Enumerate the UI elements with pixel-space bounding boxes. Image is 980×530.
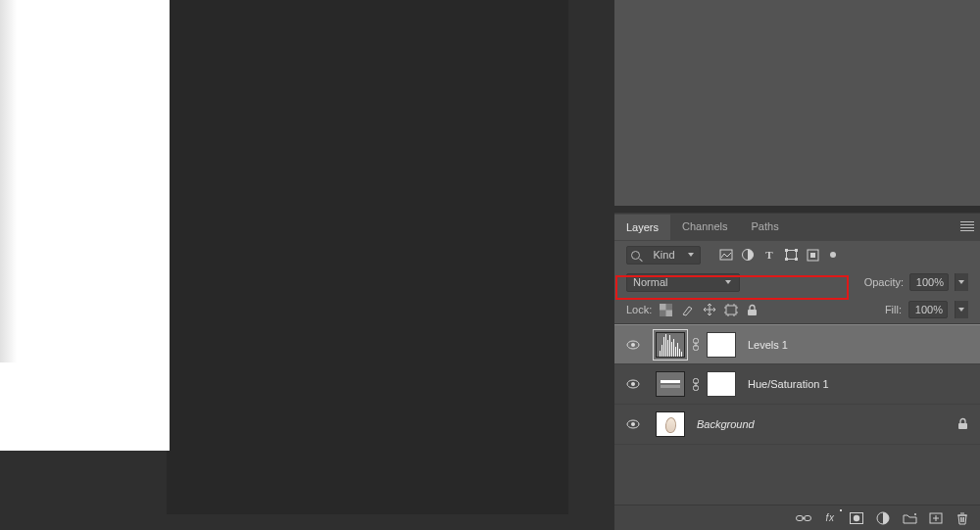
canvas-area <box>0 0 568 514</box>
layers-bottom-bar: fx <box>614 505 980 530</box>
svg-point-31 <box>854 514 859 520</box>
panel-tabs: Layers Channels Paths <box>614 213 980 240</box>
svg-rect-6 <box>795 258 798 261</box>
new-layer-icon[interactable] <box>928 510 944 525</box>
blend-mode-select[interactable]: Normal <box>626 273 740 292</box>
opacity-value: 100% <box>916 276 944 288</box>
opacity-chevron[interactable] <box>955 273 968 291</box>
svg-rect-12 <box>726 306 736 314</box>
fill-input[interactable]: 100% <box>908 301 948 318</box>
lock-all-icon[interactable] <box>745 303 760 316</box>
lock-icon[interactable] <box>957 417 968 430</box>
filter-type-icon[interactable]: T <box>761 248 777 263</box>
fx-icon[interactable]: fx <box>822 510 838 525</box>
opacity-input[interactable]: 100% <box>909 273 949 291</box>
link-icon[interactable] <box>691 338 701 351</box>
svg-point-20 <box>631 382 635 386</box>
link-icon[interactable] <box>691 378 701 391</box>
histogram-icon <box>657 333 684 357</box>
filter-smart-icon[interactable] <box>805 248 820 263</box>
svg-rect-26 <box>958 423 967 429</box>
filter-kind-label: Kind <box>653 249 674 261</box>
lock-pixels-icon[interactable] <box>680 303 695 316</box>
opacity-label[interactable]: Opacity: <box>864 276 904 288</box>
lock-row: Lock: Fill: 100% <box>614 296 980 323</box>
blend-mode-value: Normal <box>633 276 667 288</box>
layer-row[interactable]: Background <box>614 405 980 445</box>
layer-row[interactable]: Hue/Saturation 1 <box>614 364 980 405</box>
link-layers-icon[interactable] <box>796 510 811 525</box>
lock-transparent-icon[interactable] <box>659 303 673 316</box>
layer-mask-thumb[interactable] <box>707 371 736 397</box>
filter-toggle-icon[interactable] <box>830 252 836 258</box>
visibility-icon[interactable] <box>626 338 640 352</box>
svg-rect-13 <box>748 310 757 315</box>
canvas-pasteboard <box>167 0 568 514</box>
svg-rect-4 <box>795 249 798 252</box>
svg-point-15 <box>631 343 635 347</box>
tab-paths[interactable]: Paths <box>740 215 791 239</box>
adjustment-layer-icon[interactable] <box>875 510 891 525</box>
chevron-down-icon <box>725 279 733 285</box>
visibility-icon[interactable] <box>626 417 640 431</box>
svg-rect-3 <box>785 249 788 252</box>
layers-panel: Layers Channels Paths Kind T Normal <box>614 213 980 530</box>
fill-chevron[interactable] <box>955 301 968 318</box>
trash-icon[interactable] <box>955 510 970 525</box>
layer-list[interactable]: Levels 1 Hue/Saturation 1 Background <box>614 323 980 505</box>
svg-rect-0 <box>720 250 732 260</box>
svg-rect-11 <box>666 310 673 316</box>
adjustments-panel <box>614 0 980 206</box>
tab-channels[interactable]: Channels <box>670 215 739 239</box>
chevron-down-icon <box>688 252 696 258</box>
layer-mask-icon[interactable] <box>849 510 864 525</box>
layer-name[interactable]: Levels 1 <box>748 339 788 351</box>
panel-menu-icon[interactable] <box>960 221 974 232</box>
blend-row: Normal Opacity: 100% <box>614 268 980 296</box>
layer-thumb-huesat[interactable] <box>656 371 685 397</box>
layer-thumb-levels[interactable] <box>656 332 685 358</box>
svg-point-25 <box>631 422 635 426</box>
layer-row[interactable]: Levels 1 <box>614 324 980 364</box>
sketch-edge <box>0 0 22 362</box>
lock-position-icon[interactable] <box>702 303 716 316</box>
svg-rect-10 <box>660 304 666 311</box>
filter-kind-select[interactable]: Kind <box>626 246 701 265</box>
layer-name[interactable]: Background <box>697 418 755 430</box>
group-icon[interactable] <box>902 510 917 525</box>
visibility-icon[interactable] <box>626 377 640 391</box>
svg-rect-5 <box>785 258 788 261</box>
layer-thumb-background[interactable] <box>656 411 685 437</box>
search-icon <box>631 251 640 260</box>
filter-shape-icon[interactable] <box>783 248 799 263</box>
filter-pixel-icon[interactable] <box>718 248 734 263</box>
tab-layers[interactable]: Layers <box>614 215 670 240</box>
layer-filter-row: Kind T <box>614 240 980 268</box>
layer-name[interactable]: Hue/Saturation 1 <box>748 378 829 390</box>
fill-value: 100% <box>915 304 943 315</box>
filter-adjustment-icon[interactable] <box>740 248 756 263</box>
lock-artboard-icon[interactable] <box>723 303 738 316</box>
svg-rect-8 <box>810 253 815 258</box>
lock-label: Lock: <box>626 304 652 315</box>
fill-label[interactable]: Fill: <box>885 304 902 315</box>
canvas-document[interactable] <box>0 0 170 451</box>
svg-point-33 <box>914 513 916 515</box>
layer-mask-thumb[interactable] <box>707 332 736 358</box>
